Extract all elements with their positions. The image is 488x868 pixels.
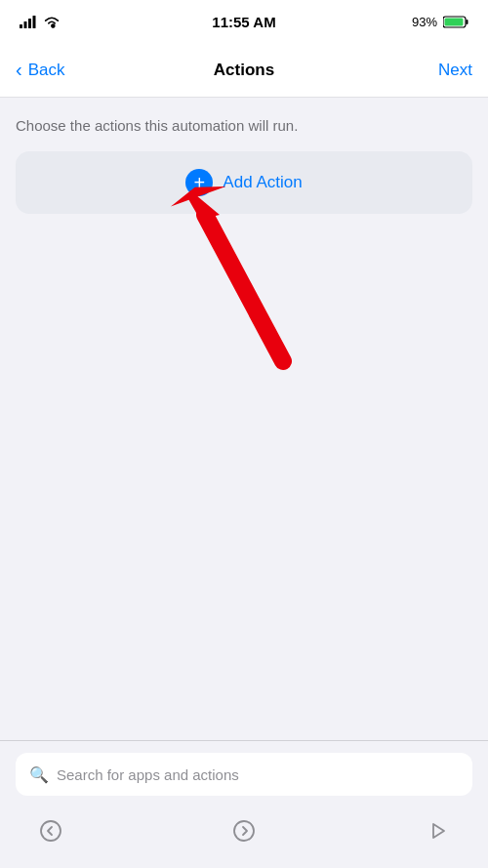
page-title: Actions — [94, 61, 394, 80]
svg-rect-1 — [24, 21, 27, 28]
battery-icon — [443, 16, 468, 28]
status-right: 93% — [319, 15, 468, 29]
status-bar: 11:55 AM 93% — [0, 0, 488, 43]
add-action-label: Add Action — [223, 173, 302, 192]
arrow-annotation — [146, 186, 342, 404]
add-action-icon: + — [185, 169, 213, 196]
play-toolbar-button[interactable] — [416, 813, 459, 848]
search-bar[interactable]: 🔍 Search for apps and actions — [16, 753, 472, 796]
plus-icon: + — [194, 173, 206, 192]
svg-rect-6 — [444, 18, 463, 25]
wifi-icon — [43, 16, 61, 28]
svg-rect-2 — [28, 19, 31, 28]
bottom-toolbar — [0, 806, 488, 868]
svg-rect-0 — [20, 24, 22, 28]
subtitle-text: Choose the actions this automation will … — [16, 117, 472, 134]
forward-toolbar-button[interactable] — [223, 813, 265, 848]
chevron-left-icon: ‹ — [16, 59, 22, 81]
back-toolbar-button[interactable] — [29, 813, 72, 848]
back-button[interactable]: ‹ Back — [16, 59, 94, 81]
nav-bar: ‹ Back Actions Next — [0, 43, 488, 98]
search-icon: 🔍 — [29, 765, 49, 784]
bottom-area: 🔍 Search for apps and actions — [0, 740, 488, 868]
status-time: 11:55 AM — [169, 14, 318, 30]
back-label: Back — [28, 61, 65, 80]
main-content: Choose the actions this automation will … — [0, 98, 488, 214]
search-placeholder: Search for apps and actions — [57, 766, 239, 783]
next-button[interactable]: Next — [394, 61, 472, 80]
signal-icon — [20, 16, 37, 28]
svg-rect-3 — [33, 16, 36, 28]
svg-point-12 — [234, 821, 254, 841]
add-action-button[interactable]: + Add Action — [16, 151, 472, 214]
svg-line-8 — [205, 215, 283, 361]
svg-rect-5 — [466, 20, 468, 24]
search-bar-container: 🔍 Search for apps and actions — [0, 741, 488, 806]
svg-marker-13 — [433, 824, 444, 838]
svg-point-11 — [41, 821, 61, 841]
status-left — [20, 16, 169, 28]
battery-percent: 93% — [412, 15, 437, 29]
